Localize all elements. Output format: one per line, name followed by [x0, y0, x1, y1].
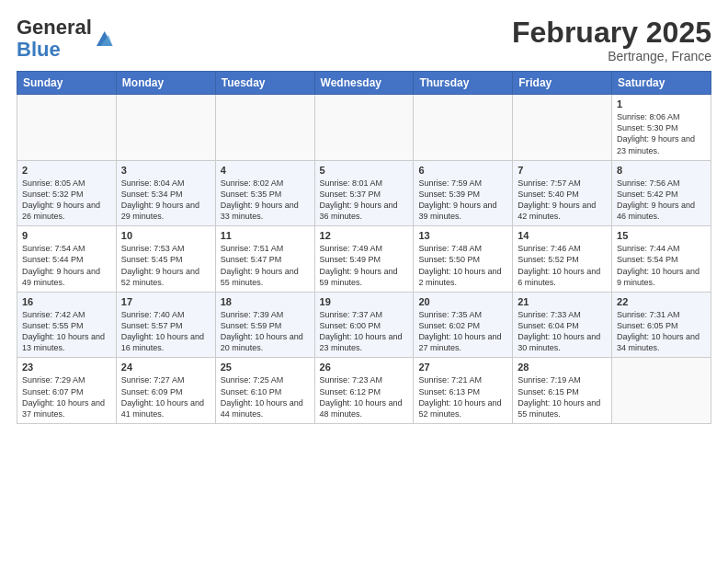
weekday-header-friday: Friday: [513, 72, 612, 95]
calendar-cell: [612, 358, 711, 424]
calendar-cell: 9Sunrise: 7:54 AM Sunset: 5:44 PM Daylig…: [17, 226, 117, 293]
day-info: Sunrise: 7:56 AM Sunset: 5:42 PM Dayligh…: [617, 178, 706, 223]
logo-icon: [94, 29, 114, 49]
day-number: 10: [121, 230, 210, 241]
calendar-cell: 6Sunrise: 7:59 AM Sunset: 5:39 PM Daylig…: [414, 160, 513, 226]
day-number: 2: [22, 165, 111, 176]
day-number: 21: [518, 296, 607, 307]
day-number: 5: [320, 165, 409, 176]
week-row-2: 2Sunrise: 8:05 AM Sunset: 5:32 PM Daylig…: [17, 160, 711, 226]
logo-general: General Blue: [17, 17, 92, 61]
day-info: Sunrise: 7:46 AM Sunset: 5:52 PM Dayligh…: [518, 243, 607, 288]
day-number: 13: [418, 230, 507, 241]
weekday-header-row: SundayMondayTuesdayWednesdayThursdayFrid…: [17, 72, 711, 95]
day-info: Sunrise: 7:39 AM Sunset: 5:59 PM Dayligh…: [221, 309, 310, 354]
calendar-cell: 19Sunrise: 7:37 AM Sunset: 6:00 PM Dayli…: [314, 292, 414, 358]
day-info: Sunrise: 7:51 AM Sunset: 5:47 PM Dayligh…: [221, 243, 310, 288]
calendar-cell: 17Sunrise: 7:40 AM Sunset: 5:57 PM Dayli…: [116, 292, 215, 358]
weekday-header-saturday: Saturday: [612, 72, 711, 95]
title-block: February 2025 Bertrange, France: [512, 17, 711, 63]
calendar-cell: 15Sunrise: 7:44 AM Sunset: 5:54 PM Dayli…: [612, 226, 711, 293]
week-row-3: 9Sunrise: 7:54 AM Sunset: 5:44 PM Daylig…: [17, 226, 711, 293]
day-info: Sunrise: 7:48 AM Sunset: 5:50 PM Dayligh…: [418, 243, 507, 288]
day-number: 17: [121, 296, 210, 307]
calendar-cell: 7Sunrise: 7:57 AM Sunset: 5:40 PM Daylig…: [513, 160, 612, 226]
day-number: 28: [518, 362, 607, 373]
day-number: 1: [617, 98, 706, 109]
day-number: 23: [22, 362, 111, 373]
weekday-header-monday: Monday: [116, 72, 215, 95]
weekday-header-wednesday: Wednesday: [314, 72, 414, 95]
day-number: 6: [418, 165, 507, 176]
day-number: 15: [617, 230, 706, 241]
page: General Blue February 2025 Bertrange, Fr…: [0, 0, 728, 441]
calendar-cell: [513, 95, 612, 161]
weekday-header-thursday: Thursday: [414, 72, 513, 95]
calendar-cell: 18Sunrise: 7:39 AM Sunset: 5:59 PM Dayli…: [215, 292, 314, 358]
calendar-cell: 28Sunrise: 7:19 AM Sunset: 6:15 PM Dayli…: [513, 358, 612, 424]
day-number: 25: [221, 362, 310, 373]
day-number: 27: [418, 362, 507, 373]
calendar-cell: 10Sunrise: 7:53 AM Sunset: 5:45 PM Dayli…: [116, 226, 215, 293]
header: General Blue February 2025 Bertrange, Fr…: [17, 17, 711, 63]
calendar-cell: 27Sunrise: 7:21 AM Sunset: 6:13 PM Dayli…: [414, 358, 513, 424]
calendar-cell: [116, 95, 215, 161]
day-number: 8: [617, 165, 706, 176]
day-info: Sunrise: 7:49 AM Sunset: 5:49 PM Dayligh…: [320, 243, 409, 288]
calendar-cell: 3Sunrise: 8:04 AM Sunset: 5:34 PM Daylig…: [116, 160, 215, 226]
day-info: Sunrise: 7:23 AM Sunset: 6:12 PM Dayligh…: [320, 374, 409, 419]
location: Bertrange, France: [512, 49, 711, 63]
week-row-5: 23Sunrise: 7:29 AM Sunset: 6:07 PM Dayli…: [17, 358, 711, 424]
day-number: 16: [22, 296, 111, 307]
calendar-cell: 22Sunrise: 7:31 AM Sunset: 6:05 PM Dayli…: [612, 292, 711, 358]
day-info: Sunrise: 7:29 AM Sunset: 6:07 PM Dayligh…: [22, 374, 111, 419]
calendar-cell: 1Sunrise: 8:06 AM Sunset: 5:30 PM Daylig…: [612, 95, 711, 161]
calendar-cell: 11Sunrise: 7:51 AM Sunset: 5:47 PM Dayli…: [215, 226, 314, 293]
day-number: 3: [121, 165, 210, 176]
month-title: February 2025: [512, 17, 711, 49]
day-info: Sunrise: 7:27 AM Sunset: 6:09 PM Dayligh…: [121, 374, 210, 419]
day-info: Sunrise: 7:21 AM Sunset: 6:13 PM Dayligh…: [418, 374, 507, 419]
calendar-cell: 21Sunrise: 7:33 AM Sunset: 6:04 PM Dayli…: [513, 292, 612, 358]
day-info: Sunrise: 7:35 AM Sunset: 6:02 PM Dayligh…: [418, 309, 507, 354]
day-info: Sunrise: 7:19 AM Sunset: 6:15 PM Dayligh…: [518, 374, 607, 419]
day-info: Sunrise: 7:42 AM Sunset: 5:55 PM Dayligh…: [22, 309, 111, 354]
day-info: Sunrise: 7:25 AM Sunset: 6:10 PM Dayligh…: [221, 374, 310, 419]
day-number: 9: [22, 230, 111, 241]
calendar-cell: 2Sunrise: 8:05 AM Sunset: 5:32 PM Daylig…: [17, 160, 117, 226]
day-info: Sunrise: 7:37 AM Sunset: 6:00 PM Dayligh…: [320, 309, 409, 354]
day-number: 14: [518, 230, 607, 241]
day-info: Sunrise: 8:01 AM Sunset: 5:37 PM Dayligh…: [320, 178, 409, 223]
day-info: Sunrise: 8:04 AM Sunset: 5:34 PM Dayligh…: [121, 178, 210, 223]
calendar-cell: [414, 95, 513, 161]
calendar-cell: 5Sunrise: 8:01 AM Sunset: 5:37 PM Daylig…: [314, 160, 414, 226]
calendar-cell: 13Sunrise: 7:48 AM Sunset: 5:50 PM Dayli…: [414, 226, 513, 293]
calendar-cell: 20Sunrise: 7:35 AM Sunset: 6:02 PM Dayli…: [414, 292, 513, 358]
calendar-cell: 8Sunrise: 7:56 AM Sunset: 5:42 PM Daylig…: [612, 160, 711, 226]
day-number: 7: [518, 165, 607, 176]
calendar-table: SundayMondayTuesdayWednesdayThursdayFrid…: [17, 71, 711, 424]
day-number: 26: [320, 362, 409, 373]
calendar-cell: 26Sunrise: 7:23 AM Sunset: 6:12 PM Dayli…: [314, 358, 414, 424]
day-info: Sunrise: 7:31 AM Sunset: 6:05 PM Dayligh…: [617, 309, 706, 354]
calendar-cell: [17, 95, 117, 161]
day-number: 11: [221, 230, 310, 241]
day-info: Sunrise: 7:33 AM Sunset: 6:04 PM Dayligh…: [518, 309, 607, 354]
day-number: 4: [221, 165, 310, 176]
day-info: Sunrise: 7:40 AM Sunset: 5:57 PM Dayligh…: [121, 309, 210, 354]
calendar-cell: [314, 95, 414, 161]
day-info: Sunrise: 7:59 AM Sunset: 5:39 PM Dayligh…: [418, 178, 507, 223]
calendar-cell: [215, 95, 314, 161]
weekday-header-sunday: Sunday: [17, 72, 117, 95]
day-number: 19: [320, 296, 409, 307]
day-info: Sunrise: 7:54 AM Sunset: 5:44 PM Dayligh…: [22, 243, 111, 288]
day-info: Sunrise: 8:06 AM Sunset: 5:30 PM Dayligh…: [617, 111, 706, 156]
calendar-cell: 4Sunrise: 8:02 AM Sunset: 5:35 PM Daylig…: [215, 160, 314, 226]
calendar-cell: 25Sunrise: 7:25 AM Sunset: 6:10 PM Dayli…: [215, 358, 314, 424]
day-number: 22: [617, 296, 706, 307]
week-row-4: 16Sunrise: 7:42 AM Sunset: 5:55 PM Dayli…: [17, 292, 711, 358]
calendar-cell: 23Sunrise: 7:29 AM Sunset: 6:07 PM Dayli…: [17, 358, 117, 424]
day-info: Sunrise: 8:05 AM Sunset: 5:32 PM Dayligh…: [22, 178, 111, 223]
day-info: Sunrise: 7:53 AM Sunset: 5:45 PM Dayligh…: [121, 243, 210, 288]
day-number: 24: [121, 362, 210, 373]
